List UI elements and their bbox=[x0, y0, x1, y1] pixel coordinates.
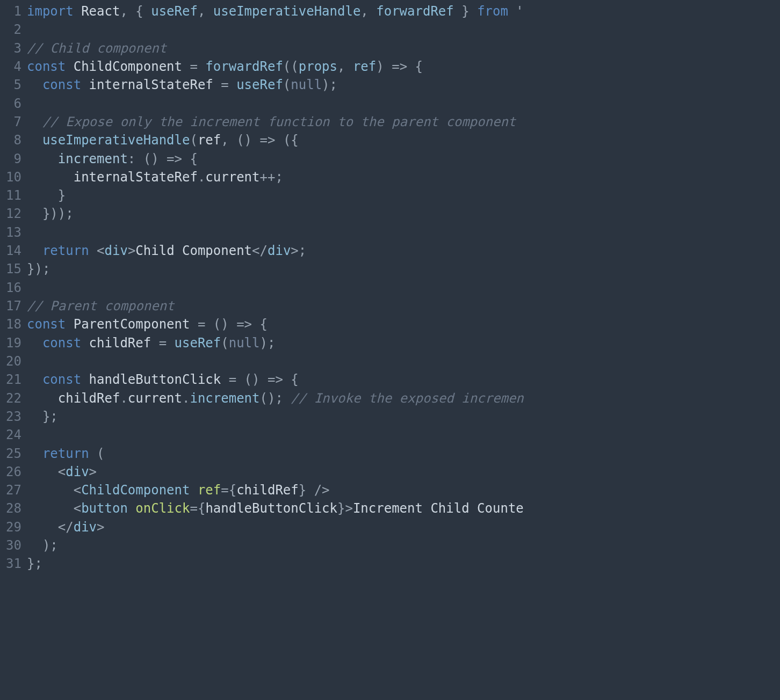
line-number: 17 bbox=[2, 297, 21, 315]
code-line[interactable]: const internalStateRef = useRef(null); bbox=[27, 76, 776, 94]
code-token bbox=[81, 372, 89, 387]
code-token: return bbox=[42, 243, 89, 258]
code-line[interactable]: </div> bbox=[27, 518, 776, 536]
code-line[interactable]: const childRef = useRef(null); bbox=[27, 334, 776, 352]
code-line[interactable] bbox=[27, 279, 776, 297]
code-line[interactable] bbox=[27, 426, 776, 444]
code-token bbox=[27, 483, 74, 498]
code-line[interactable] bbox=[27, 352, 776, 370]
code-token bbox=[27, 520, 58, 535]
code-token: const bbox=[42, 336, 81, 351]
code-token bbox=[27, 446, 42, 461]
code-token bbox=[128, 501, 135, 516]
code-token: = bbox=[221, 372, 244, 387]
code-line[interactable] bbox=[27, 94, 776, 113]
code-token: , bbox=[198, 4, 213, 19]
code-token: }; bbox=[27, 409, 58, 424]
code-line[interactable]: } bbox=[27, 186, 776, 205]
code-token: ); bbox=[27, 538, 58, 553]
code-token: const bbox=[42, 77, 81, 92]
line-number: 9 bbox=[2, 150, 21, 168]
code-token: return bbox=[42, 446, 89, 461]
line-number: 1 bbox=[2, 2, 21, 20]
code-line[interactable]: import React, { useRef, useImperativeHan… bbox=[27, 2, 776, 20]
code-line[interactable]: childRef.current.increment(); // Invoke … bbox=[27, 389, 776, 407]
code-line[interactable]: const ChildComponent = forwardRef((props… bbox=[27, 57, 776, 76]
code-line[interactable]: }; bbox=[27, 555, 776, 573]
code-line[interactable]: increment: () => { bbox=[27, 150, 776, 168]
code-token: onClick bbox=[135, 501, 190, 516]
code-line[interactable]: const handleButtonClick = () => { bbox=[27, 370, 776, 389]
code-token bbox=[66, 317, 73, 332]
code-line[interactable]: }); bbox=[27, 260, 776, 278]
code-token bbox=[27, 501, 74, 516]
code-token: handleButtonClick bbox=[89, 372, 221, 387]
code-token: internalStateRef bbox=[89, 77, 213, 92]
code-line[interactable]: <div> bbox=[27, 463, 776, 481]
code-line[interactable]: })); bbox=[27, 205, 776, 223]
code-token bbox=[27, 170, 74, 185]
line-number: 13 bbox=[2, 223, 21, 242]
code-token: const bbox=[27, 59, 66, 74]
code-token: = bbox=[151, 336, 174, 351]
code-token: useRef bbox=[236, 77, 283, 92]
code-token: internalStateRef bbox=[74, 170, 198, 185]
code-line[interactable]: return <div>Child Component</div>; bbox=[27, 242, 776, 260]
code-line[interactable]: <button onClick={handleButtonClick}>Incr… bbox=[27, 499, 776, 517]
code-line[interactable]: // Child component bbox=[27, 39, 776, 57]
code-token: > bbox=[345, 501, 352, 516]
code-token: : bbox=[128, 151, 143, 166]
line-number: 21 bbox=[2, 370, 21, 389]
code-line[interactable]: return ( bbox=[27, 444, 776, 463]
code-token: () bbox=[213, 317, 229, 332]
line-number: 20 bbox=[2, 352, 21, 370]
line-number: 3 bbox=[2, 39, 21, 57]
code-token: , bbox=[360, 4, 376, 19]
code-token: useImperativeHandle bbox=[213, 4, 361, 19]
code-line[interactable]: // Parent component bbox=[27, 297, 776, 315]
line-number: 2 bbox=[2, 20, 21, 39]
line-number: 16 bbox=[2, 279, 21, 297]
code-token: => bbox=[252, 133, 283, 148]
code-token: < bbox=[58, 464, 66, 479]
code-token: // Parent component bbox=[27, 298, 175, 313]
code-token: => bbox=[392, 59, 407, 74]
code-editor[interactable]: 1234567891011121314151617181920212223242… bbox=[0, 0, 780, 580]
code-token: from bbox=[477, 4, 508, 19]
code-token: { bbox=[260, 317, 268, 332]
code-token bbox=[27, 133, 42, 148]
code-token: (); bbox=[260, 391, 283, 406]
code-line[interactable] bbox=[27, 223, 776, 242]
code-token: } bbox=[299, 483, 306, 498]
code-line[interactable]: ); bbox=[27, 536, 776, 555]
code-token: < bbox=[74, 501, 81, 516]
code-token: /> bbox=[306, 483, 329, 498]
line-number-gutter: 1234567891011121314151617181920212223242… bbox=[0, 2, 27, 573]
code-area[interactable]: import React, { useRef, useImperativeHan… bbox=[27, 2, 780, 573]
code-line[interactable]: <ChildComponent ref={childRef} /> bbox=[27, 481, 776, 499]
code-token: div bbox=[74, 520, 97, 535]
code-token: ref bbox=[198, 133, 221, 148]
code-token: div bbox=[105, 243, 128, 258]
code-token: ChildComponent bbox=[74, 59, 182, 74]
code-token: div bbox=[268, 243, 291, 258]
code-token: handleButtonClick bbox=[205, 501, 337, 516]
line-number: 29 bbox=[2, 518, 21, 536]
code-token: } bbox=[27, 188, 66, 203]
code-line[interactable]: useImperativeHandle(ref, () => ({ bbox=[27, 131, 776, 149]
code-line[interactable]: internalStateRef.current++; bbox=[27, 168, 776, 186]
code-token bbox=[89, 243, 97, 258]
code-token: ); bbox=[322, 77, 337, 92]
code-token: increment bbox=[58, 151, 128, 166]
code-token bbox=[283, 391, 291, 406]
code-token: useImperativeHandle bbox=[42, 133, 190, 148]
code-token: useRef bbox=[151, 4, 198, 19]
code-line[interactable]: // Expose only the increment function to… bbox=[27, 113, 776, 131]
line-number: 26 bbox=[2, 463, 21, 481]
code-line[interactable]: const ParentComponent = () => { bbox=[27, 315, 776, 333]
code-token: // Expose only the increment function to… bbox=[42, 114, 516, 129]
code-line[interactable]: }; bbox=[27, 407, 776, 426]
code-token: ParentComponent bbox=[74, 317, 190, 332]
code-line[interactable] bbox=[27, 20, 776, 39]
code-token: current bbox=[128, 391, 182, 406]
